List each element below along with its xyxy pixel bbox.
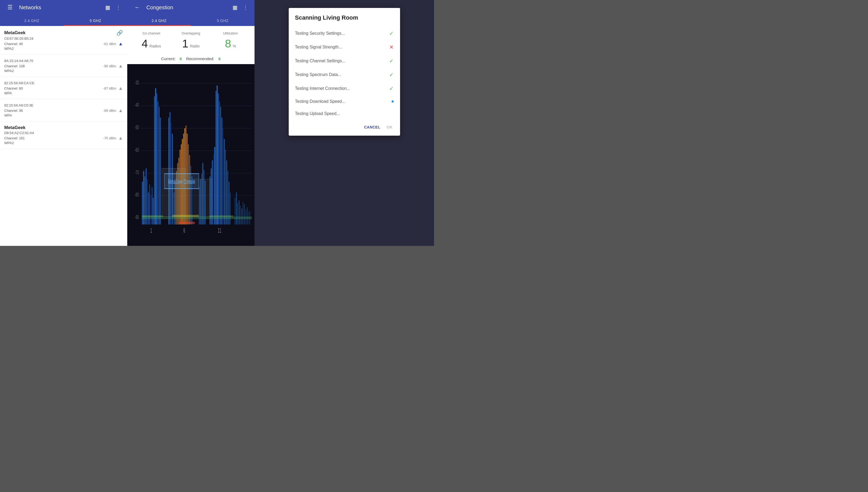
svg-text:6: 6 bbox=[184, 227, 185, 234]
tab-congestion-2-4[interactable]: 2.4 GHZ bbox=[127, 15, 191, 26]
networks-title: Networks bbox=[19, 4, 102, 10]
stat-overlapping: Overlapping 1 Radio bbox=[171, 31, 211, 50]
network-mac: C8:67:5E:05:B5:24 bbox=[4, 36, 123, 41]
svg-rect-79 bbox=[240, 206, 241, 225]
link-icon: 🔗 bbox=[116, 30, 123, 36]
svg-rect-64 bbox=[225, 150, 226, 224]
network-dbm: -75 dBm bbox=[103, 136, 116, 140]
scan-item: Testing Channel Settings... ✓ bbox=[295, 54, 394, 68]
back-icon[interactable]: ← bbox=[133, 3, 142, 12]
network-item[interactable]: MetaGeek 🔗 C8:67:5E:05:B5:24 Channel: 40… bbox=[0, 26, 127, 55]
svg-rect-62 bbox=[223, 128, 224, 224]
scan-item: Testing Download Speed... bbox=[295, 95, 394, 107]
svg-rect-95 bbox=[193, 179, 212, 217]
utilization-unit: % bbox=[233, 44, 236, 48]
networks-tabs: 2.4 GHZ 5 GHZ bbox=[0, 15, 127, 26]
svg-text:1: 1 bbox=[150, 227, 152, 234]
svg-rect-29 bbox=[159, 107, 160, 224]
svg-rect-88 bbox=[142, 215, 163, 217]
recommended-label: Recommended: bbox=[186, 56, 214, 61]
chat-icon[interactable]: ▦ bbox=[103, 3, 112, 12]
wifi-signal-icon: ▲ bbox=[118, 108, 123, 114]
menu-icon[interactable]: ☰ bbox=[5, 3, 15, 12]
scan-items-list: Testing Security Settings... ✓ Testing S… bbox=[295, 26, 394, 120]
svg-text:-30: -30 bbox=[135, 79, 139, 85]
svg-rect-94 bbox=[162, 168, 186, 217]
utilization-label: Utilization bbox=[211, 31, 250, 35]
networks-panel: ☰ Networks ▦ ⋮ 2.4 GHZ 5 GHZ MetaGeek 🔗 … bbox=[0, 0, 127, 246]
svg-rect-27 bbox=[157, 94, 157, 224]
svg-text:11: 11 bbox=[218, 227, 221, 234]
wifi-signal-icon: ▲ bbox=[118, 85, 123, 91]
channel-recommendation: Current: 6 Recommended: 6 bbox=[127, 54, 255, 64]
network-security: WPA2 bbox=[4, 141, 123, 145]
network-dbm: -90 dBm bbox=[103, 64, 116, 68]
scan-item-text: Testing Spectrum Data... bbox=[295, 72, 342, 77]
network-channel: Channel: 40 bbox=[4, 42, 23, 46]
network-item[interactable]: 8A:15:14:A4:A6:70 Channel: 108 -90 dBm ▲… bbox=[0, 55, 127, 77]
network-security: WPA2 bbox=[4, 69, 123, 73]
svg-rect-54 bbox=[213, 154, 214, 224]
svg-rect-26 bbox=[155, 88, 156, 225]
svg-rect-68 bbox=[230, 192, 231, 224]
svg-rect-77 bbox=[237, 203, 238, 225]
scan-item-text: Testing Internet Connection... bbox=[295, 86, 350, 91]
scanning-dialog: Scanning Living Room Testing Security Se… bbox=[289, 8, 400, 136]
cancel-button[interactable]: CANCEL bbox=[363, 123, 381, 131]
svg-rect-58 bbox=[218, 94, 219, 224]
network-security: WPA2 bbox=[4, 47, 123, 51]
stat-utilization: Utilization 8 % bbox=[211, 31, 250, 50]
scanning-actions: CANCEL OK bbox=[295, 120, 394, 133]
scan-item: Testing Upload Speed... bbox=[295, 107, 394, 120]
ok-button[interactable]: OK bbox=[386, 123, 394, 131]
wifi-signal-icon: ▲ bbox=[118, 136, 123, 141]
check-icon: ✓ bbox=[389, 85, 394, 92]
cochannel-label: Co-channel bbox=[132, 31, 171, 35]
network-list: MetaGeek 🔗 C8:67:5E:05:B5:24 Channel: 40… bbox=[0, 26, 127, 246]
svg-rect-44 bbox=[189, 155, 190, 224]
svg-rect-28 bbox=[158, 101, 159, 224]
recommended-value: 6 bbox=[218, 56, 220, 61]
scan-item-text: Testing Signal Strength... bbox=[295, 45, 342, 50]
overlapping-value: 1 bbox=[182, 38, 188, 50]
more-options-icon-2[interactable]: ⋮ bbox=[241, 3, 250, 12]
svg-text:-80: -80 bbox=[135, 191, 139, 198]
network-security: WPA bbox=[4, 114, 123, 117]
tab-congestion-5[interactable]: 5 GHZ bbox=[191, 15, 255, 26]
overlapping-label: Overlapping bbox=[171, 31, 211, 35]
more-options-icon[interactable]: ⋮ bbox=[114, 3, 123, 12]
network-channel: Channel: 108 bbox=[4, 64, 25, 68]
network-dbm: -89 dBm bbox=[103, 108, 116, 113]
scan-item-text: Testing Channel Settings... bbox=[295, 58, 346, 63]
check-icon: ✓ bbox=[389, 30, 394, 36]
svg-rect-65 bbox=[226, 160, 227, 224]
network-name: MetaGeek bbox=[4, 125, 25, 130]
svg-rect-78 bbox=[239, 201, 240, 225]
network-dbm: -61 dBm bbox=[103, 42, 116, 46]
svg-text:-60: -60 bbox=[135, 147, 139, 153]
network-item[interactable]: MetaGeek D8:54:A2:C2:91:A4 Channel: 161 … bbox=[0, 121, 127, 149]
svg-rect-81 bbox=[242, 202, 243, 225]
network-item[interactable]: 82:15:54:A9:CA:CE Channel: 60 -87 dBm ▲ … bbox=[0, 77, 127, 99]
networks-topbar: ☰ Networks ▦ ⋮ bbox=[0, 0, 127, 15]
svg-rect-20 bbox=[148, 192, 149, 224]
network-item[interactable]: 82:15:54:A9:C0:3E Channel: 36 -89 dBm ▲ … bbox=[0, 99, 127, 121]
svg-text:-90: -90 bbox=[135, 214, 139, 220]
utilization-value: 8 bbox=[225, 38, 231, 50]
network-dbm: -87 dBm bbox=[103, 87, 116, 90]
scan-item-text: Testing Security Settings... bbox=[295, 31, 345, 36]
svg-rect-22 bbox=[150, 195, 151, 224]
network-mac: 82:15:54:A9:C0:3E bbox=[4, 103, 123, 107]
scan-item: Testing Spectrum Data... ✓ bbox=[295, 68, 394, 81]
tab-5-ghz[interactable]: 5 GHZ bbox=[64, 15, 127, 26]
congestion-chart: -30 -40 -50 -60 -70 -80 -90 bbox=[127, 64, 255, 246]
stat-cochannel: Co-channel 4 Radios bbox=[132, 31, 171, 50]
svg-text:-70: -70 bbox=[135, 169, 139, 175]
chat-icon-2[interactable]: ▦ bbox=[230, 3, 240, 12]
svg-rect-82 bbox=[244, 204, 245, 225]
tab-2-4-ghz[interactable]: 2.4 GHZ bbox=[0, 15, 64, 26]
congestion-topbar: ← Congestion ▦ ⋮ bbox=[127, 0, 255, 15]
cochannel-value: 4 bbox=[142, 38, 148, 50]
scan-item: Testing Internet Connection... ✓ bbox=[295, 81, 394, 95]
svg-text:-40: -40 bbox=[135, 101, 139, 108]
